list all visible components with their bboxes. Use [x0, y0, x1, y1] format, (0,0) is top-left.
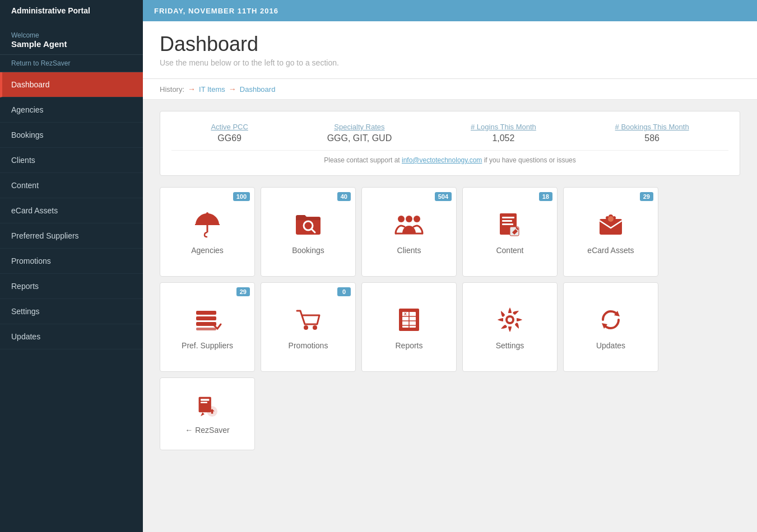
refresh-icon [595, 304, 626, 335]
dashboard-body: Active PCC GG69 Specialty Rates GGG, GIT… [143, 100, 757, 461]
tile-content-badge: 18 [539, 192, 552, 201]
people-icon [393, 209, 425, 240]
tile-rezsaver[interactable]: ← RezSaver [160, 377, 255, 450]
tile-rezsaver-label: ← RezSaver [185, 426, 229, 435]
stat-active-pcc: Active PCC GG69 [211, 123, 248, 143]
svg-point-20 [608, 216, 614, 222]
svg-rect-24 [196, 328, 216, 330]
tile-bookings-badge: 40 [337, 192, 351, 201]
tile-ecard-badge: 29 [640, 192, 653, 201]
svg-point-5 [398, 216, 405, 222]
stat-logins: # Logins This Month 1,052 [471, 123, 536, 143]
stat-bookings-value: 586 [615, 133, 689, 143]
tile-settings[interactable]: Settings [462, 282, 558, 372]
excel-icon: X [393, 304, 425, 335]
tile-settings-label: Settings [496, 341, 524, 350]
stack-icon [192, 304, 223, 335]
breadcrumb-arrow-2: → [229, 85, 236, 94]
stat-logins-label[interactable]: # Logins This Month [471, 123, 536, 131]
svg-point-26 [313, 325, 317, 330]
stat-active-pcc-value: GG69 [211, 133, 248, 143]
svg-point-35 [508, 318, 512, 322]
svg-rect-11 [502, 220, 512, 222]
support-email[interactable]: info@vectotechnology.com [402, 156, 482, 164]
sidebar-item-ecard-assets[interactable]: eCard Assets [0, 198, 143, 223]
sidebar: Welcome Sample Agent Return to RezSaver … [0, 21, 143, 532]
tile-content-label: Content [496, 246, 523, 255]
welcome-label: Welcome [11, 31, 132, 39]
sidebar-item-settings[interactable]: Settings [0, 299, 143, 324]
user-info: Welcome Sample Agent [0, 21, 143, 55]
breadcrumb-it-items[interactable]: IT Items [199, 85, 225, 94]
stat-specialty-rates-value: GGG, GIT, GUD [327, 133, 392, 143]
sidebar-item-agencies[interactable]: Agencies [0, 97, 143, 123]
tile-reports-label: Reports [395, 341, 422, 350]
sidebar-item-clients[interactable]: Clients [0, 148, 143, 173]
svg-point-7 [414, 216, 420, 222]
agent-name: Sample Agent [11, 39, 132, 49]
svg-rect-39 [201, 399, 209, 400]
rezsaver-icon [194, 393, 221, 420]
tile-updates[interactable]: Updates [563, 282, 658, 372]
tile-content[interactable]: 18 Content [462, 187, 558, 277]
edit-doc-icon [494, 209, 526, 240]
sidebar-item-reports[interactable]: Reports [0, 274, 143, 299]
svg-point-1 [206, 212, 208, 214]
sidebar-item-content[interactable]: Content [0, 173, 143, 198]
stats-panel: Active PCC GG69 Specialty Rates GGG, GIT… [160, 111, 740, 176]
tile-pref-suppliers[interactable]: 29 Pref. Suppliers [160, 282, 255, 372]
tile-ecard-assets[interactable]: 29 eCard Assets [563, 187, 658, 277]
tile-agencies[interactable]: 100 Agencies [160, 187, 255, 277]
app-title: Administrative Portal [0, 0, 143, 21]
breadcrumb-dashboard[interactable]: Dashboard [240, 85, 276, 94]
tile-promotions-label: Promotions [289, 341, 328, 350]
tile-pref-suppliers-badge: 29 [236, 287, 250, 296]
stat-active-pcc-label[interactable]: Active PCC [211, 123, 248, 131]
svg-point-18 [605, 220, 608, 223]
search-folder-icon [292, 209, 324, 240]
stat-specialty-rates-label[interactable]: Specialty Rates [327, 123, 392, 131]
sidebar-item-dashboard[interactable]: Dashboard [0, 72, 143, 97]
stat-bookings: # Bookings This Month 586 [615, 123, 689, 143]
tile-promotions[interactable]: 0 Promotions [261, 282, 356, 372]
tile-bookings-label: Bookings [292, 246, 324, 255]
sidebar-nav: Dashboard Agencies Bookings Clients Cont… [0, 72, 143, 532]
tile-agencies-badge: 100 [233, 192, 250, 201]
svg-point-25 [304, 325, 308, 330]
stats-notice: Please contact support at info@vectotech… [171, 150, 728, 164]
return-link[interactable]: Return to RezSaver [0, 55, 143, 72]
breadcrumb-prefix: History: [160, 85, 184, 94]
svg-rect-21 [196, 311, 216, 315]
tile-agencies-label: Agencies [191, 246, 224, 255]
tile-promotions-badge: 0 [337, 287, 351, 296]
svg-text:X: X [404, 312, 407, 316]
breadcrumb: History: → IT Items → Dashboard [143, 79, 757, 100]
svg-rect-12 [502, 223, 513, 225]
stat-logins-value: 1,052 [471, 133, 536, 143]
page-subtitle: Use the menu below or to the left to go … [160, 58, 740, 67]
svg-rect-40 [201, 402, 207, 403]
tile-bookings[interactable]: 40 Bookings [261, 187, 356, 277]
svg-point-19 [614, 220, 617, 223]
sidebar-item-preferred-suppliers[interactable]: Preferred Suppliers [0, 223, 143, 249]
stat-specialty-rates: Specialty Rates GGG, GIT, GUD [327, 123, 392, 143]
svg-rect-10 [502, 217, 514, 218]
svg-point-6 [406, 216, 412, 222]
page-header: Dashboard Use the menu below or to the l… [143, 21, 757, 79]
cart-icon [292, 304, 324, 335]
tile-row-1: 100 Agencies 4 [160, 187, 740, 277]
stat-bookings-label[interactable]: # Bookings This Month [615, 123, 689, 131]
content-area: Dashboard Use the menu below or to the l… [143, 21, 757, 532]
svg-rect-22 [196, 316, 216, 320]
date-bar: FRIDAY, NOVEMBER 11TH 2016 [143, 0, 757, 21]
umbrella-icon [192, 209, 223, 240]
envelope-flower-icon [595, 209, 626, 240]
sidebar-item-updates[interactable]: Updates [0, 324, 143, 349]
tile-clients[interactable]: 504 Clients [361, 187, 457, 277]
tile-updates-label: Updates [596, 341, 625, 350]
breadcrumb-arrow-1: → [188, 85, 196, 94]
sidebar-item-promotions[interactable]: Promotions [0, 249, 143, 274]
sidebar-item-bookings[interactable]: Bookings [0, 123, 143, 148]
gear-icon [494, 304, 526, 335]
tile-reports[interactable]: X Reports [361, 282, 457, 372]
